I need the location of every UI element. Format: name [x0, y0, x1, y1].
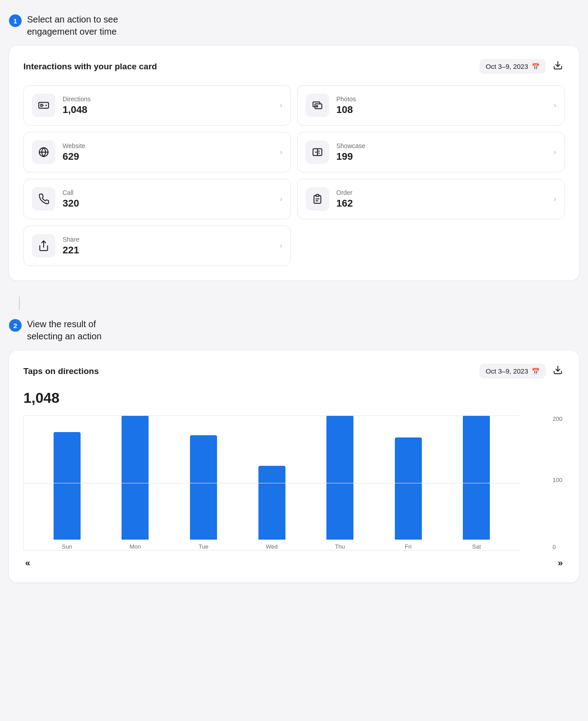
card1-header-right: Oct 3–9, 2023 📅	[479, 59, 565, 74]
metric-item-showcase[interactable]: Showcase 199 ›	[297, 132, 565, 172]
website-value: 629	[63, 151, 273, 162]
y-label-200: 200	[552, 415, 562, 422]
order-value: 162	[336, 198, 547, 209]
directions-label: Directions	[63, 95, 273, 103]
card2-date-button[interactable]: Oct 3–9, 2023 📅	[479, 364, 546, 379]
directions-info: Directions 1,048	[63, 95, 273, 116]
metric-item-share[interactable]: Share 221 ›	[23, 225, 291, 266]
bar-group-sat: Sat	[442, 415, 511, 550]
bar-fri	[395, 437, 422, 540]
share-icon-wrap	[32, 234, 55, 257]
photos-icon-wrap	[306, 94, 329, 117]
bar-label-mon: Mon	[130, 543, 141, 550]
card2-header: Taps on directions Oct 3–9, 2023 📅	[23, 363, 565, 379]
card2-calendar-icon: 📅	[532, 368, 539, 375]
bar-sat	[463, 415, 490, 540]
metrics-grid: Directions 1,048 › Photos 108 › Website …	[23, 85, 565, 266]
y-label-100: 100	[552, 476, 562, 483]
website-label: Website	[63, 142, 273, 149]
svg-rect-11	[316, 194, 319, 196]
share-info: Share 221	[63, 236, 273, 256]
website-info: Website 629	[63, 142, 273, 162]
card2-download-button[interactable]	[551, 363, 565, 379]
directions-chevron: ›	[280, 101, 282, 109]
svg-rect-1	[39, 103, 49, 108]
photos-chevron: ›	[554, 101, 556, 109]
calendar-icon: 📅	[532, 63, 539, 70]
showcase-chevron: ›	[554, 148, 556, 156]
step-2-label: 2 View the result ofselecting an action	[9, 318, 579, 342]
metric-item-order[interactable]: Order 162 ›	[297, 179, 565, 219]
order-chevron: ›	[554, 195, 556, 203]
card1-title: Interactions with your place card	[23, 62, 157, 72]
chart-container: Sun Mon Tue Wed Thu Fri Sat 200 100 0	[23, 415, 542, 550]
order-label: Order	[336, 189, 547, 196]
directions-icon-wrap	[32, 94, 55, 117]
showcase-icon-wrap	[306, 140, 329, 164]
step-2-text: View the result ofselecting an action	[27, 318, 102, 342]
chart-next-button[interactable]: »	[558, 558, 563, 568]
y-label-0: 0	[552, 544, 562, 550]
card1-header: Interactions with your place card Oct 3–…	[23, 59, 565, 74]
website-icon-wrap	[32, 140, 55, 164]
showcase-info: Showcase 199	[336, 142, 547, 162]
bar-mon	[122, 415, 149, 540]
step-1-label: 1 Select an action to seeengagement over…	[9, 14, 579, 38]
order-info: Order 162	[336, 189, 547, 209]
chart-total: 1,048	[23, 390, 565, 406]
svg-point-10	[317, 152, 318, 153]
step-1-text: Select an action to seeengagement over t…	[27, 14, 118, 38]
chart-prev-button[interactable]: «	[25, 558, 30, 568]
share-value: 221	[63, 244, 273, 256]
metric-item-photos[interactable]: Photos 108 ›	[297, 85, 565, 126]
bar-group-sun: Sun	[33, 415, 101, 550]
card2-title: Taps on directions	[23, 366, 99, 376]
chart-area: Sun Mon Tue Wed Thu Fri Sat	[23, 415, 520, 550]
bar-group-mon: Mon	[101, 415, 170, 550]
call-icon-wrap	[32, 187, 55, 211]
y-axis: 200 100 0	[552, 415, 562, 550]
card1-date-button[interactable]: Oct 3–9, 2023 📅	[479, 59, 546, 74]
bar-sun	[54, 432, 81, 540]
step-2-circle: 2	[9, 319, 22, 332]
metric-item-directions[interactable]: Directions 1,048 ›	[23, 85, 291, 126]
step-divider	[19, 297, 20, 310]
website-chevron: ›	[280, 148, 282, 156]
directions-value: 1,048	[63, 104, 273, 116]
card1-date-text: Oct 3–9, 2023	[486, 63, 528, 70]
order-icon-wrap	[306, 187, 329, 211]
interactions-card: Interactions with your place card Oct 3–…	[9, 46, 579, 280]
call-value: 320	[63, 198, 273, 209]
share-chevron: ›	[280, 242, 282, 250]
card1-download-button[interactable]	[551, 59, 565, 74]
photos-value: 108	[336, 104, 547, 116]
share-label: Share	[63, 236, 273, 243]
bar-tue	[190, 435, 217, 540]
svg-point-2	[45, 104, 47, 106]
bar-label-sun: Sun	[62, 543, 72, 550]
bar-label-wed: Wed	[266, 543, 278, 550]
showcase-label: Showcase	[336, 142, 547, 149]
bar-group-wed: Wed	[238, 415, 306, 550]
bar-group-tue: Tue	[169, 415, 238, 550]
card2-header-right: Oct 3–9, 2023 📅	[479, 363, 565, 379]
card2-date-text: Oct 3–9, 2023	[486, 367, 528, 375]
step-1-circle: 1	[9, 14, 22, 27]
photos-info: Photos 108	[336, 95, 547, 116]
bar-label-thu: Thu	[335, 543, 345, 550]
bar-label-tue: Tue	[199, 543, 208, 550]
bar-group-fri: Fri	[374, 415, 443, 550]
bar-group-thu: Thu	[306, 415, 374, 550]
call-label: Call	[63, 189, 273, 196]
chart-nav: « »	[23, 558, 565, 568]
photos-label: Photos	[336, 95, 547, 103]
bar-thu	[326, 415, 353, 540]
chart-card: Taps on directions Oct 3–9, 2023 📅 1,048	[9, 351, 579, 582]
bar-label-sat: Sat	[472, 543, 481, 550]
showcase-value: 199	[336, 151, 547, 162]
bar-label-fri: Fri	[405, 543, 412, 550]
metric-item-website[interactable]: Website 629 ›	[23, 132, 291, 172]
call-chevron: ›	[280, 195, 282, 203]
bar-wed	[258, 466, 285, 540]
metric-item-call[interactable]: Call 320 ›	[23, 179, 291, 219]
